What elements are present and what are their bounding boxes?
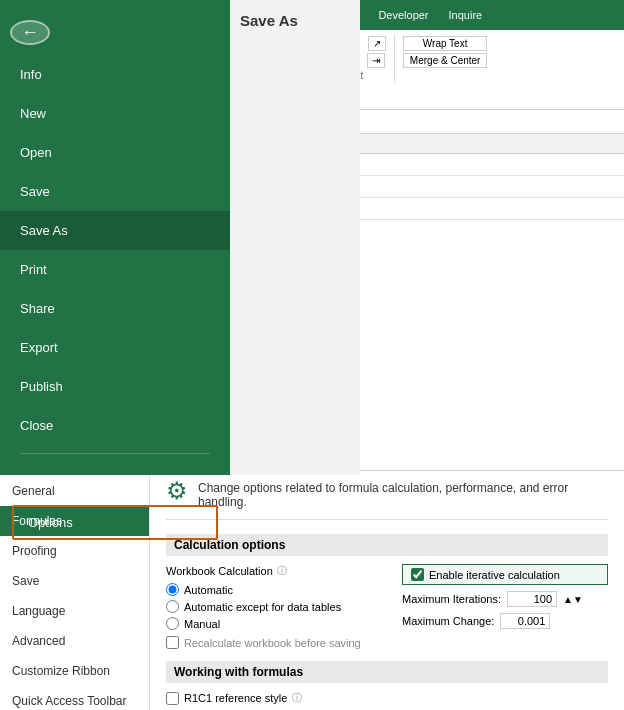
max-iterations-row: Maximum Iterations: ▲▼ (402, 591, 608, 607)
options-content: ⚙ Change options related to formula calc… (150, 471, 624, 710)
workbook-calc-label: Workbook Calculation (166, 565, 273, 577)
recalc-checkbox[interactable]: Recalculate workbook before saving (166, 636, 372, 649)
max-iterations-input[interactable] (507, 591, 557, 607)
enable-iterative-label: Enable iterative calculation (429, 569, 560, 581)
sidebar-item-proofing[interactable]: Proofing (0, 536, 149, 566)
max-change-input[interactable] (500, 613, 550, 629)
menu-item-share[interactable]: Share (0, 289, 230, 328)
radio-auto-except[interactable]: Automatic except for data tables (166, 600, 372, 613)
menu-item-export[interactable]: Export (0, 328, 230, 367)
merge-center-button[interactable]: Merge & Center (403, 53, 488, 68)
menu-item-save[interactable]: Save (0, 172, 230, 211)
sidebar-item-save[interactable]: Save (0, 566, 149, 596)
radio-auto-except-input[interactable] (166, 600, 179, 613)
file-back-button[interactable]: ← (10, 20, 50, 45)
radio-auto-except-label: Automatic except for data tables (184, 601, 341, 613)
radio-automatic-label: Automatic (184, 584, 233, 596)
r1c1-label: R1C1 reference style (184, 692, 287, 704)
sidebar-item-advanced[interactable]: Advanced (0, 626, 149, 656)
menu-item-new[interactable]: New (0, 94, 230, 133)
working-section: Working with formulas R1C1 reference sty… (166, 661, 608, 710)
calc-left: Workbook Calculation ⓘ Automatic Automat… (166, 564, 372, 649)
r1c1-checkbox-input[interactable] (166, 692, 179, 705)
max-change-row: Maximum Change: (402, 613, 608, 629)
recalc-checkbox-input[interactable] (166, 636, 179, 649)
orientation-button[interactable]: ↗ (368, 36, 386, 51)
radio-manual[interactable]: Manual (166, 617, 372, 630)
menu-item-publish[interactable]: Publish (0, 367, 230, 406)
save-as-title: Save As (230, 0, 360, 41)
working-title: Working with formulas (166, 661, 608, 683)
radio-automatic[interactable]: Automatic (166, 583, 372, 596)
menu-item-account[interactable]: Account (0, 462, 230, 501)
indent-button[interactable]: ⇥ (367, 53, 385, 68)
calc-options-title: Calculation options (166, 534, 608, 556)
calc-options: Workbook Calculation ⓘ Automatic Automat… (166, 564, 608, 649)
r1c1-checkbox[interactable]: R1C1 reference style ⓘ (166, 691, 608, 705)
workbook-calc-info-icon[interactable]: ⓘ (277, 564, 287, 578)
wrap-group: Wrap Text Merge & Center (395, 34, 496, 70)
max-change-label: Maximum Change: (402, 615, 494, 627)
sidebar-item-quick-access[interactable]: Quick Access Toolbar (0, 686, 149, 710)
radio-manual-input[interactable] (166, 617, 179, 630)
iterations-spinner[interactable]: ▲▼ (563, 594, 583, 605)
file-menu-divider (20, 453, 210, 454)
max-iterations-label: Maximum Iterations: (402, 593, 501, 605)
file-sidebar: ← Info New Open Save Save As Print Share… (0, 0, 230, 475)
calc-right: Enable iterative calculation Maximum Ite… (402, 564, 608, 649)
enable-iterative-checkbox[interactable] (411, 568, 424, 581)
file-menu: ← Info New Open Save Save As Print Share… (0, 0, 360, 475)
sidebar-item-customize-ribbon[interactable]: Customize Ribbon (0, 656, 149, 686)
tab-inquire[interactable]: Inquire (439, 0, 493, 30)
file-content-panel: Save As (230, 0, 360, 475)
radio-automatic-input[interactable] (166, 583, 179, 596)
r1c1-info-icon[interactable]: ⓘ (292, 691, 302, 705)
sidebar-item-language[interactable]: Language (0, 596, 149, 626)
wrap-text-button[interactable]: Wrap Text (403, 36, 488, 51)
options-header: ⚙ Change options related to formula calc… (166, 481, 608, 520)
tab-developer[interactable]: Developer (368, 0, 438, 30)
menu-item-options[interactable]: Options (12, 505, 218, 540)
menu-item-open[interactable]: Open (0, 133, 230, 172)
menu-item-print[interactable]: Print (0, 250, 230, 289)
recalc-label: Recalculate workbook before saving (184, 637, 361, 649)
options-header-text: Change options related to formula calcul… (198, 481, 608, 509)
radio-manual-label: Manual (184, 618, 220, 630)
menu-item-save-as[interactable]: Save As (0, 211, 230, 250)
menu-item-info[interactable]: Info (0, 55, 230, 94)
menu-item-close[interactable]: Close (0, 406, 230, 445)
enable-iterative-box: Enable iterative calculation (402, 564, 608, 585)
radio-group: Automatic Automatic except for data tabl… (166, 583, 372, 630)
